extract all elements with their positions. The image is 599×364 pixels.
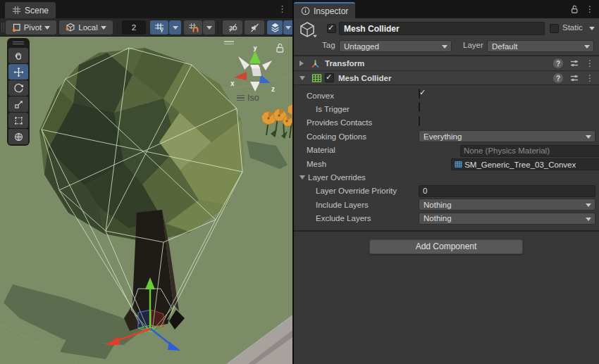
hand-tool-button[interactable] bbox=[8, 48, 28, 63]
gizmo-x-label: x bbox=[230, 80, 235, 87]
transform-component-header[interactable]: Transform ? ⋮ bbox=[294, 56, 599, 70]
grid-size-value: 2 bbox=[132, 23, 136, 32]
orientation-gizmo[interactable]: y x z bbox=[228, 46, 282, 100]
layer-dropdown[interactable]: Default bbox=[487, 40, 594, 52]
material-object-field[interactable]: None (Physics Material) bbox=[460, 145, 599, 157]
help-icon[interactable]: ? bbox=[553, 73, 563, 83]
snap-magnet-icon bbox=[188, 23, 199, 33]
mesh-collider-component-header[interactable]: ✓ Mesh Collider ? ⋮ bbox=[294, 70, 599, 85]
foldout-expanded-icon[interactable] bbox=[300, 76, 305, 80]
pivot-icon bbox=[12, 23, 21, 32]
gizmo-y-cone[interactable] bbox=[249, 51, 261, 63]
tag-value: Untagged bbox=[344, 42, 379, 51]
exclude-layers-value: Nothing bbox=[424, 214, 452, 222]
include-layers-row: Include Layers Nothing bbox=[294, 198, 599, 211]
provides-contacts-row: Provides Contacts bbox=[294, 116, 599, 130]
add-component-button[interactable]: Add Component bbox=[369, 239, 523, 254]
local-cube-icon bbox=[66, 23, 75, 32]
include-layers-dropdown[interactable]: Nothing bbox=[419, 199, 595, 211]
material-row: Material None (Physics Material) bbox=[294, 144, 599, 157]
mesh-value: SM_Generic_Tree_03_Convex bbox=[464, 161, 576, 169]
2d-toggle-button[interactable]: 2D bbox=[223, 20, 242, 34]
tag-dropdown[interactable]: Untagged bbox=[339, 40, 452, 52]
scene-viewport[interactable]: y x z Iso bbox=[0, 37, 292, 364]
rotate-icon bbox=[13, 83, 24, 94]
local-dropdown[interactable]: Local bbox=[59, 20, 113, 34]
effects-toggle-button[interactable] bbox=[267, 20, 283, 34]
mesh-collider-title: Mesh Collider bbox=[338, 74, 391, 82]
chevron-down-icon bbox=[285, 26, 291, 30]
gameobject-name-field[interactable]: Mesh Collider bbox=[339, 22, 545, 35]
tag-label: Tag bbox=[322, 41, 335, 49]
foldout-expanded-icon[interactable] bbox=[300, 175, 305, 180]
gizmo-y-label: y bbox=[253, 46, 257, 51]
overlay-drag-handle[interactable] bbox=[8, 40, 28, 46]
layer-override-priority-value: 0 bbox=[423, 187, 427, 195]
audio-mute-button[interactable] bbox=[245, 20, 264, 34]
is-trigger-checkbox[interactable] bbox=[419, 102, 420, 112]
move-tool-button[interactable] bbox=[8, 64, 28, 80]
projection-toggle[interactable]: Iso bbox=[237, 93, 259, 103]
cooking-options-dropdown[interactable]: Everything bbox=[419, 130, 595, 142]
snap-button[interactable] bbox=[184, 20, 202, 34]
rotate-tool-button[interactable] bbox=[8, 80, 28, 96]
add-component-label: Add Component bbox=[416, 241, 477, 251]
local-label: Local bbox=[78, 23, 98, 32]
transform-tool-button[interactable] bbox=[8, 129, 28, 144]
component-kebab-icon[interactable]: ⋮ bbox=[586, 73, 594, 83]
dropdown-caret-icon bbox=[442, 45, 447, 49]
transform-title: Transform bbox=[325, 59, 364, 68]
scale-tool-button[interactable] bbox=[8, 96, 28, 112]
mesh-object-field[interactable]: SM_Generic_Tree_03_Convex bbox=[451, 158, 599, 170]
scene-kebab-icon[interactable]: ⋮ bbox=[278, 3, 287, 15]
transform-component-icon bbox=[310, 58, 321, 69]
tab-inspector[interactable]: Inspector bbox=[294, 2, 355, 18]
grid-visibility-button[interactable]: Y bbox=[150, 20, 168, 34]
presets-icon[interactable] bbox=[569, 58, 579, 68]
gameobject-caret-icon[interactable] bbox=[313, 35, 317, 38]
toolbar-separator bbox=[218, 22, 218, 33]
is-trigger-row: Is Trigger bbox=[294, 102, 599, 115]
static-label: Static bbox=[562, 23, 583, 32]
toolbar-separator bbox=[117, 22, 118, 33]
pivot-label: Pivot bbox=[24, 23, 42, 32]
tab-scene[interactable]: Scene bbox=[5, 2, 56, 18]
gizmo-x-cone[interactable] bbox=[234, 72, 247, 80]
layer-overrides-row[interactable]: Layer Overrides bbox=[294, 170, 599, 184]
foldout-collapsed-icon[interactable] bbox=[300, 61, 304, 66]
provides-contacts-checkbox[interactable] bbox=[419, 116, 420, 126]
layer-label: Layer bbox=[463, 41, 483, 49]
exclude-layers-dropdown[interactable]: Nothing bbox=[419, 213, 595, 225]
toolbar-drag-handle[interactable] bbox=[1, 23, 4, 32]
gizmo-cube-top bbox=[250, 65, 260, 68]
effects-caret-button[interactable] bbox=[283, 20, 292, 34]
help-icon[interactable]: ? bbox=[553, 58, 563, 68]
component-kebab-icon[interactable]: ⋮ bbox=[586, 58, 594, 68]
static-caret-icon[interactable] bbox=[589, 27, 595, 30]
grid-visibility-caret-button[interactable] bbox=[169, 20, 181, 34]
scale-icon bbox=[13, 99, 24, 110]
chevron-down-icon bbox=[101, 26, 106, 30]
gizmo-unlock-icon[interactable] bbox=[275, 42, 285, 54]
snap-caret-button[interactable] bbox=[203, 20, 215, 34]
inspector-unlock-icon[interactable] bbox=[570, 4, 579, 14]
gizmo-cube-face[interactable] bbox=[252, 68, 261, 76]
inspector-kebab-icon[interactable]: ⋮ bbox=[586, 4, 594, 14]
audio-muted-icon bbox=[249, 23, 260, 33]
convex-checkbox[interactable]: ✓ bbox=[419, 89, 420, 99]
rect-tool-button[interactable] bbox=[8, 113, 28, 128]
static-checkbox[interactable] bbox=[550, 24, 559, 33]
is-trigger-label: Is Trigger bbox=[294, 105, 350, 113]
scene-tab-label: Scene bbox=[25, 6, 49, 15]
mesh-collider-enabled-checkbox[interactable]: ✓ bbox=[325, 73, 334, 82]
grid-size-field[interactable]: 2 bbox=[122, 20, 146, 34]
pivot-dropdown[interactable]: Pivot bbox=[6, 20, 56, 34]
layer-override-priority-field[interactable]: 0 bbox=[419, 185, 595, 197]
gizmo-overlay-handle[interactable] bbox=[224, 39, 234, 46]
hand-icon bbox=[13, 51, 24, 61]
presets-icon[interactable] bbox=[569, 73, 579, 83]
gameobject-enabled-checkbox[interactable]: ✓ bbox=[327, 24, 336, 33]
gameobject-name: Mesh Collider bbox=[344, 24, 400, 34]
transform-icon bbox=[13, 132, 24, 142]
scene-panel: Scene ⋮ Pivot Local bbox=[0, 0, 292, 364]
